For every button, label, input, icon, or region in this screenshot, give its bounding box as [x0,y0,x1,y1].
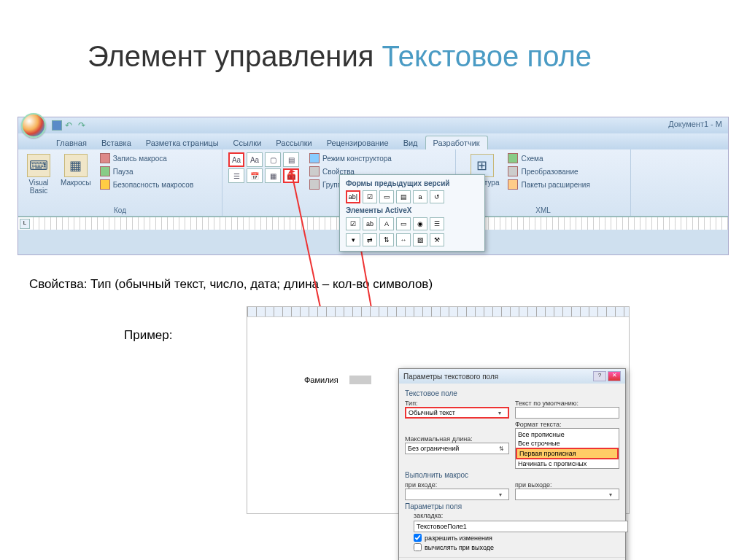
dialog-title-text: Параметры текстового поля [403,373,498,381]
legacy-shade-icon[interactable]: a [413,190,427,203]
activex-option-icon[interactable]: ◉ [413,217,427,230]
dialog-group-field: Текстовое поле [405,389,619,397]
record-icon [100,153,110,163]
tab-review[interactable]: Рецензирование [320,136,396,149]
group-code: ⌨ Visual Basic ▦ Макросы Запись макроса … [18,149,222,216]
maxlen-value: Без ограничений [408,445,459,452]
tab-mailings[interactable]: Рассылки [268,136,319,149]
redo-icon[interactable]: ↷ [78,120,88,131]
undo-icon[interactable]: ↶ [65,120,75,131]
default-text-input[interactable] [515,407,619,419]
activex-more-icon[interactable]: ⚒ [430,233,444,246]
dropdown-control-icon[interactable]: ☰ [228,168,244,183]
tab-home[interactable]: Главная [49,136,94,149]
title-text-1: Элемент управления [88,40,382,72]
legacy-dropdown-icon[interactable]: ▭ [379,190,394,203]
dialog-close-icon[interactable]: ✕ [608,371,621,381]
visual-basic-button[interactable]: ⌨ Visual Basic [24,152,53,205]
legacy-frame-icon[interactable]: ▤ [396,190,411,203]
activex-textbox-icon[interactable]: ab [363,217,377,230]
format-opt-lower[interactable]: Все строчные [516,439,619,448]
picture-control-icon[interactable]: ▢ [265,152,281,167]
bookmark-label: закладка: [414,512,619,519]
type-value: Обычный текст [409,409,455,416]
tab-layout[interactable]: Разметка страницы [139,136,226,149]
pause-icon [100,166,110,176]
format-dropdown-list[interactable]: Все прописные Все строчные Первая пропис… [515,428,619,469]
tab-developer[interactable]: Разработчик [425,136,488,149]
record-macro-button[interactable]: Запись макроса [98,152,196,164]
dialog-help-icon[interactable]: ? [593,371,606,381]
legacy-reset-icon[interactable]: ↺ [430,190,444,203]
legacy-checkbox-icon[interactable]: ☑ [363,190,377,203]
tab-references[interactable]: Ссылки [226,136,269,149]
slide-title: Элемент управления Текстовое поле [0,0,747,91]
group-icon [309,179,320,190]
transform-icon [508,166,518,176]
quick-access-toolbar: ↶ ↷ [52,120,88,131]
activex-toggle-icon[interactable]: ⇄ [363,233,377,246]
format-opt-firstcap[interactable]: Первая прописная [516,448,619,459]
pause-button[interactable]: Пауза [98,166,196,177]
activex-image-icon[interactable]: ▨ [413,233,427,246]
calc-on-exit-checkbox[interactable]: вычислять при выходе [414,543,619,551]
maxlen-label: Максимальная длина: [405,435,509,443]
activex-checkbox-icon[interactable]: ☑ [346,217,360,230]
on-exit-label: при выходе: [515,481,619,489]
format-opt-titlecase[interactable]: Начинать с прописных [516,459,619,468]
allow-changes-box[interactable] [414,534,422,542]
security-icon [100,179,110,190]
maxlen-input[interactable]: Без ограничений⇅ [405,443,509,454]
doc-sample-body: Фамилия Параметры текстового поля ? ✕ Те… [247,317,629,513]
on-exit-dropdown[interactable]: ▾ [515,489,619,500]
legacy-text-field-icon[interactable]: ab| [346,190,360,203]
activex-title: Элементы ActiveX [343,205,481,216]
office-button[interactable] [21,113,46,138]
activex-label-icon[interactable]: A [379,217,394,230]
on-enter-dropdown[interactable]: ▾ [405,489,509,500]
schema-icon [508,153,518,163]
macro-security-button[interactable]: Безопасность макросов [98,179,196,190]
plain-text-control-icon[interactable]: Aa [247,152,263,167]
packages-button[interactable]: Пакеты расширения [506,179,591,190]
text-field-options-dialog: Параметры текстового поля ? ✕ Текстовое … [398,368,626,560]
doc-sample-ruler [247,307,629,317]
macro-group-label: Выполнить макрос [405,471,619,479]
bookmark-value: ТекстовоеПоле1 [417,523,467,530]
activex-button-icon[interactable]: ▭ [396,217,411,230]
tab-view[interactable]: Вид [396,136,425,149]
format-label: Формат текста: [515,421,619,428]
word-window: ↶ ↷ Документ1 - M Главная Вставка Размет… [18,117,729,255]
dialog-body: Текстовое поле Тип: Обычный текст▾ Текст… [399,384,625,557]
calc-on-exit-label: вычислять при выходе [425,544,494,551]
legacy-controls-popup: Формы предыдущих версий ab| ☑ ▭ ▤ a ↺ Эл… [339,174,485,252]
group-xml-label: XML [462,205,624,214]
titlebar: ↶ ↷ Документ1 - M [18,117,728,133]
ruler-tab-icon[interactable]: L [20,219,30,229]
packages-icon [508,179,518,190]
macros-button[interactable]: ▦ Макросы [58,152,94,205]
schema-button[interactable]: Схема [506,152,591,164]
activex-spin-icon[interactable]: ⇅ [379,233,394,246]
spinner-icon: ⇅ [499,446,506,452]
transform-button[interactable]: Преобразование [506,166,591,177]
activex-list-icon[interactable]: ☰ [430,217,444,230]
type-dropdown[interactable]: Обычный текст▾ [405,407,509,419]
allow-changes-checkbox[interactable]: разрешить изменения [414,534,619,542]
legacy-title: Формы предыдущих версий [343,178,481,189]
activex-combo-icon[interactable]: ▾ [346,233,360,246]
save-icon[interactable] [52,120,62,131]
calc-on-exit-box[interactable] [414,543,422,551]
sample-field-box[interactable] [349,376,371,384]
building-block-icon[interactable]: ▦ [265,168,281,183]
date-control-icon[interactable]: 📅 [247,168,263,183]
design-mode-label: Режим конструктора [322,155,392,163]
activex-scroll-icon[interactable]: ↔ [396,233,411,246]
title-text-2: Текстовое поле [382,40,592,72]
bookmark-input[interactable]: ТекстовоеПоле1 [414,521,628,532]
tab-insert[interactable]: Вставка [94,136,139,149]
macros-label: Макросы [61,179,91,187]
design-mode-button[interactable]: Режим конструктора [308,152,393,164]
rich-text-control-icon[interactable]: Aa [228,152,244,167]
format-opt-upper[interactable]: Все прописные [516,430,619,439]
